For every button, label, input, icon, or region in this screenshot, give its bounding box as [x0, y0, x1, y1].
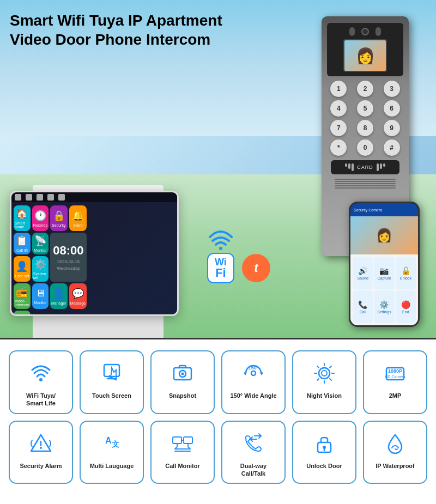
snapshot-icon: [168, 359, 197, 387]
grille-4: [335, 185, 396, 186]
monitor-screen: 🏠 Smart home 🕐 Records 🔒 Security 🔔 Sile…: [11, 192, 177, 314]
svg-line-16: [317, 366, 319, 368]
tile-silent[interactable]: 🔔 Silent: [69, 205, 87, 231]
feature-wide-angle[interactable]: 150° 150° Wide Angle: [221, 350, 286, 414]
feature-wide-angle-label: 150° Wide Angle: [230, 392, 276, 399]
phone-topbar: Security Camera: [350, 203, 418, 216]
card-waves-icon-right: [377, 163, 385, 171]
feature-security-alarm[interactable]: Security Alarm: [9, 421, 73, 484]
card-reader: CARD: [331, 160, 399, 174]
feature-security-alarm-label: Security Alarm: [20, 462, 62, 470]
svg-line-17: [330, 379, 331, 380]
feature-ip-waterproof[interactable]: IP Waterproof: [363, 421, 427, 484]
feature-ip-waterproof-label: IP Waterproof: [376, 462, 415, 470]
key-4[interactable]: 4: [330, 100, 347, 117]
feature-wifi-tuya[interactable]: WiFi Tuya/Smart Life: [9, 350, 73, 414]
key-2[interactable]: 2: [357, 81, 373, 97]
monitor-icon-2: [26, 194, 32, 201]
wifi-tuya-icon: [27, 359, 55, 387]
tile-system-set[interactable]: ⚙️ System set: [32, 256, 49, 282]
phone-btn-1[interactable]: 🔊 Sound: [353, 257, 373, 289]
tile-records[interactable]: 🕐 Records: [32, 205, 49, 231]
tile-call-lift[interactable]: 📋 Call lift: [14, 233, 31, 254]
tile-user-set[interactable]: 👤 User set: [14, 256, 31, 282]
sensor-right: [376, 27, 381, 36]
feature-call-monitor[interactable]: Call Monitor: [150, 421, 215, 484]
grille-3: [335, 183, 396, 184]
tile-monitor[interactable]: 📡 Monitor: [32, 233, 49, 254]
camera-area: 👩: [327, 23, 403, 76]
feature-night-vision[interactable]: Night Vision: [292, 350, 356, 414]
monitor-icon-1: [15, 194, 21, 201]
monitor-icon-4: [47, 194, 54, 201]
key-hash[interactable]: #: [384, 139, 400, 156]
feature-call-monitor-label: Call Monitor: [165, 462, 200, 470]
feature-dual-way[interactable]: Dual-wayCall/Talk: [221, 421, 286, 484]
key-star[interactable]: *: [330, 139, 347, 156]
feature-unlock-door[interactable]: Unlock Door: [292, 421, 356, 484]
phone-btn-2[interactable]: 📷 Capture: [374, 257, 394, 289]
touch-screen-icon: [98, 359, 126, 387]
phone-btn-4[interactable]: 📞 Call: [353, 290, 373, 323]
feature-wifi-tuya-label: WiFi Tuya/Smart Life: [26, 392, 56, 408]
keypad: 1 2 3 4 5 6 7 8 9 * 0 #: [327, 81, 403, 156]
key-9[interactable]: 9: [384, 120, 400, 136]
key-6[interactable]: 6: [384, 100, 400, 117]
wifi-brand-logo: Wi Fi: [207, 253, 234, 283]
svg-point-0: [219, 247, 222, 250]
phone-btn-5[interactable]: ⚙️ Settings: [374, 290, 394, 323]
tile-video-intercom[interactable]: 📻 Video intercom: [14, 283, 31, 309]
tuya-brand-logo: t: [242, 254, 270, 282]
security-alarm-icon: [27, 429, 55, 458]
indoor-monitor: 🏠 Smart home 🕐 Records 🔒 Security 🔔 Sile…: [10, 191, 179, 316]
svg-rect-29: [184, 437, 192, 444]
feature-hd-camera[interactable]: 1080P HD Camera 2MP: [363, 350, 427, 414]
tuya-letter: t: [254, 261, 258, 275]
outdoor-screen: 👩: [343, 39, 387, 72]
grille-5: [335, 187, 396, 189]
phone-btn-3[interactable]: 🔓 Unlock: [396, 257, 416, 289]
key-0[interactable]: 0: [357, 139, 373, 156]
svg-point-8: [251, 371, 256, 375]
key-8[interactable]: 8: [357, 120, 373, 136]
tile-security[interactable]: 🔒 Security: [50, 205, 68, 231]
sensor-left: [349, 27, 355, 36]
feature-touch-screen-label: Touch Screen: [92, 392, 131, 399]
camera-lens: [361, 28, 369, 35]
grille-1: [335, 179, 396, 180]
unlock-door-icon: [310, 429, 338, 458]
svg-point-7: [181, 373, 184, 375]
brand-logos: Wi Fi t: [207, 253, 270, 283]
product-title: Smart Wifi Tuya IP Apartment Video Door …: [10, 11, 222, 49]
tile-smart-home[interactable]: 🏠 Smart home: [14, 205, 31, 231]
tile-monitor2[interactable]: 🖥 Monitor: [32, 283, 49, 309]
wide-angle-icon: 150°: [239, 359, 268, 387]
svg-text:A: A: [105, 436, 112, 445]
card-reader-label: CARD: [357, 165, 373, 170]
svg-point-1: [39, 378, 43, 381]
svg-text:文: 文: [112, 440, 119, 448]
smartphone: Security Camera 👩 🔊 Sound 📷 Capture 🔓 Un…: [349, 202, 420, 327]
phone-btn-6[interactable]: 🔴 End: [396, 290, 416, 323]
person-display: 👩: [356, 47, 375, 65]
monitor-icon-5: [58, 194, 65, 201]
feature-snapshot-label: Snapshot: [169, 392, 196, 399]
phone-controls: 🔊 Sound 📷 Capture 🔓 Unlock 📞 Call ⚙️: [350, 254, 418, 325]
phone-screen: Security Camera 👩 🔊 Sound 📷 Capture 🔓 Un…: [350, 203, 418, 325]
key-7[interactable]: 7: [330, 120, 347, 136]
feature-touch-screen[interactable]: Touch Screen: [80, 350, 144, 414]
key-3[interactable]: 3: [384, 81, 400, 97]
svg-point-10: [319, 368, 330, 379]
key-1[interactable]: 1: [330, 81, 347, 97]
night-vision-icon: [310, 359, 338, 387]
feature-snapshot[interactable]: Snapshot: [150, 350, 215, 414]
title-block: Smart Wifi Tuya IP Apartment Video Door …: [10, 11, 222, 49]
key-5[interactable]: 5: [357, 100, 373, 117]
tile-message[interactable]: 💬 Message: [69, 283, 87, 309]
tile-manager[interactable]: 👤 Manager: [50, 283, 68, 309]
feature-unlock-door-label: Unlock Door: [306, 462, 342, 470]
grille-2: [335, 181, 396, 182]
feature-multi-language[interactable]: A 文 Multi Lauguage: [80, 421, 144, 484]
tile-safe[interactable]: 🏠 Safe: [14, 311, 31, 316]
svg-text:HD Camera: HD Camera: [385, 375, 405, 379]
